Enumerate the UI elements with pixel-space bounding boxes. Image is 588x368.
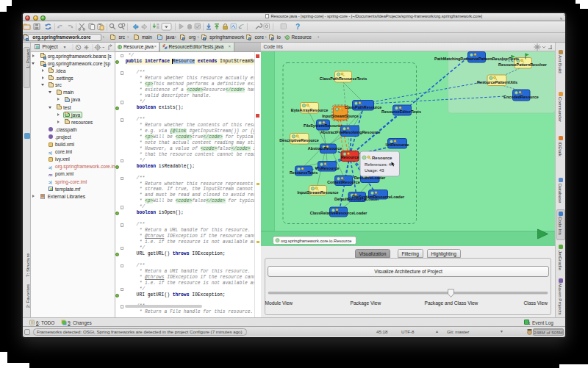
svg-text:DescriptiveResource: DescriptiveResource [279, 138, 319, 142]
svg-text:ResourceTests: ResourceTests [289, 170, 317, 175]
svg-text:ContextResource: ContextResource [327, 180, 360, 184]
svg-text:?: ? [295, 23, 300, 31]
svg-text:ResourcePatternUtils: ResourcePatternUtils [477, 80, 517, 84]
svg-text:org.springframework.core.io.Re: org.springframework.core.io.Resource [281, 239, 351, 243]
svg-text:Resource: Resource [372, 156, 392, 160]
svg-text:ClassPathResourceTests: ClassPathResourceTests [319, 76, 366, 81]
svg-text:ByteArrayResource: ByteArrayResource [290, 108, 327, 112]
svg-text:VfsResource: VfsResource [315, 166, 339, 170]
svg-text:AbstractFileResolvingResource: AbstractFileResolvingResource [320, 130, 379, 134]
svg-text:ResourcePatternResolver: ResourcePatternResolver [498, 62, 548, 67]
svg-text:Usage: 43: Usage: 43 [365, 168, 384, 173]
svg-text:ClassPathResource: ClassPathResource [344, 105, 381, 109]
svg-text:ResourceEditorTests: ResourceEditorTests [381, 109, 421, 114]
svg-text:FileSystemResource: FileSystemResource [303, 123, 342, 128]
svg-text:InputStreamSource: InputStreamSource [322, 114, 359, 118]
svg-text:AbstractResource: AbstractResource [307, 146, 341, 151]
svg-text:InputStreamResource: InputStreamResource [297, 190, 338, 195]
svg-text:UrlResource: UrlResource [385, 142, 409, 147]
svg-text:EncodedResource: EncodedResource [503, 95, 538, 99]
svg-text:References: 4: References: 4 [365, 162, 392, 167]
svg-text:FileSystemResourceLoader: FileSystemResourceLoader [351, 195, 404, 199]
svg-text:PathMatchingResourcePatternRes: PathMatchingResourcePatternResolverTests [434, 57, 519, 61]
svg-text:Resource: Resource [340, 155, 359, 159]
svg-text:ClassRelativeResourceLoader: ClassRelativeResourceLoader [309, 211, 368, 215]
